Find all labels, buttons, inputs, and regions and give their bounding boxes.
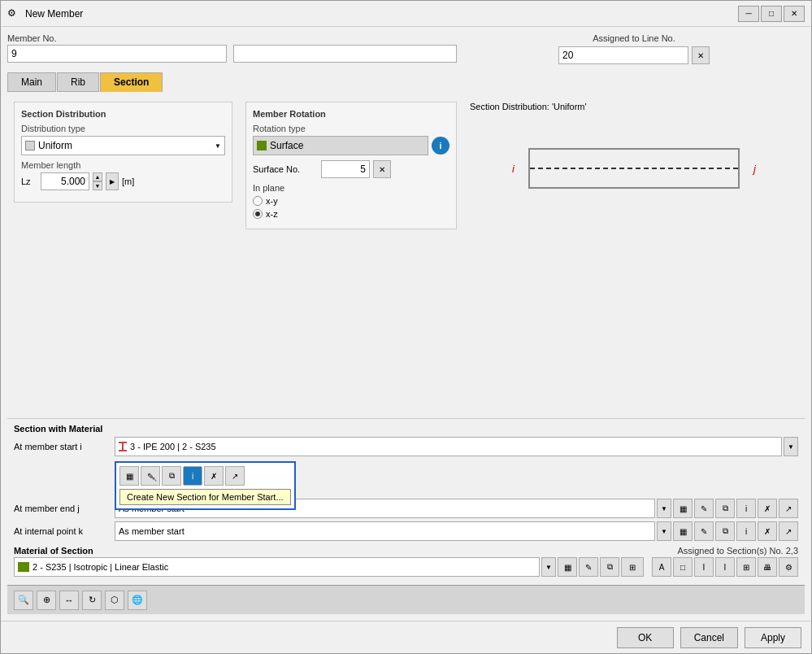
main-content: Section Distribution Distribution type U… xyxy=(7,95,805,415)
lz-input[interactable]: 5.000 xyxy=(41,172,89,190)
toolbar-zoom[interactable]: ⊕ xyxy=(37,591,56,610)
popup-icon-info[interactable]: i xyxy=(183,466,202,486)
rotation-type-field: Rotation type Surface i xyxy=(253,124,449,155)
at-internal-select[interactable]: As member start xyxy=(115,521,655,541)
at-internal-dropdown[interactable]: ▼ xyxy=(657,521,671,541)
popup-icon-new[interactable]: ✎ ↖ xyxy=(141,466,160,486)
toolbar-hex[interactable]: ⬡ xyxy=(105,591,124,610)
lz-label: Lz xyxy=(21,177,37,186)
ok-button[interactable]: OK xyxy=(617,627,674,648)
at-start-select[interactable]: 3 - IPE 200 | 2 - S235 xyxy=(115,437,782,456)
dist-type-field: Distribution type Uniform ▼ xyxy=(21,124,225,155)
at-internal-btn1[interactable]: ▦ xyxy=(673,521,693,541)
tab-main[interactable]: Main xyxy=(7,72,56,92)
material-extra-btn[interactable]: ⊞ xyxy=(621,557,644,577)
bottom-toolbar: 🔍 ⊕ ↔ ↻ ⬡ 🌐 xyxy=(7,585,805,614)
lz-down[interactable]: ▼ xyxy=(93,181,102,190)
toolbar-pan[interactable]: ↔ xyxy=(59,591,79,610)
at-start-dropdown[interactable]: ▼ xyxy=(784,437,798,456)
apply-button[interactable]: Apply xyxy=(745,627,801,648)
popup-icon-delete[interactable]: ✗ xyxy=(204,466,224,486)
radio-xz-button[interactable] xyxy=(253,209,263,219)
at-internal-btn4[interactable]: i xyxy=(736,521,756,541)
right-btn7[interactable]: ⚙ xyxy=(779,557,798,577)
at-end-btn4[interactable]: i xyxy=(736,499,756,518)
at-internal-btn5[interactable]: ✗ xyxy=(758,521,777,541)
at-end-btn6[interactable]: ↗ xyxy=(779,499,798,518)
middle-input[interactable] xyxy=(233,45,457,63)
minimize-button[interactable]: ─ xyxy=(738,6,759,22)
toolbar-globe[interactable]: 🌐 xyxy=(128,591,147,610)
beam-diagram: i j xyxy=(470,128,798,209)
surface-color-dot xyxy=(257,141,267,150)
beam-dashed-line xyxy=(530,168,738,169)
dist-type-color xyxy=(25,141,35,150)
member-rotation-panel: Member Rotation Rotation type Surface i xyxy=(245,102,457,229)
at-end-dropdown[interactable]: ▼ xyxy=(657,499,671,518)
right-btn4[interactable]: I xyxy=(715,557,735,577)
rotation-type-input[interactable]: Surface xyxy=(253,136,428,155)
dist-type-label: Distribution type xyxy=(21,124,225,133)
lz-arrow-btn[interactable]: ▶ xyxy=(106,172,119,190)
top-row: Member No. 9 Assigned to Line No. 20 ✕ xyxy=(7,33,805,68)
right-btn5[interactable]: ⊞ xyxy=(736,557,756,577)
member-no-label: Member No. xyxy=(7,33,227,43)
at-internal-toolbar: ▦ ✎ ⧉ i ✗ ↗ xyxy=(673,521,798,541)
lz-up[interactable]: ▲ xyxy=(93,172,102,181)
tab-rib[interactable]: Rib xyxy=(57,72,99,92)
rotation-type-label: Rotation type xyxy=(253,124,449,133)
assigned-input[interactable]: 20 xyxy=(558,46,688,64)
member-no-group: Member No. 9 xyxy=(7,33,227,68)
at-internal-btn3[interactable]: ⧉ xyxy=(715,521,735,541)
right-btn1[interactable]: A xyxy=(652,557,671,577)
assigned-clear-button[interactable]: ✕ xyxy=(692,46,710,64)
popup-icon-copy[interactable]: ⧉ xyxy=(162,466,181,486)
material-title: Material of Section xyxy=(14,546,93,556)
dist-type-select[interactable]: Uniform ▼ xyxy=(21,136,225,155)
right-panel: Section Distribution: 'Uniform' i j xyxy=(463,95,805,415)
toolbar-search[interactable]: 🔍 xyxy=(14,591,33,610)
cancel-button[interactable]: Cancel xyxy=(680,627,738,648)
at-internal-btn6[interactable]: ↗ xyxy=(779,521,798,541)
material-select[interactable]: 2 - S235 | Isotropic | Linear Elastic xyxy=(14,557,540,577)
new-member-window: ⚙ New Member ─ □ ✕ Member No. 9 Assigned… xyxy=(0,0,812,654)
assigned-label: Assigned to Line No. xyxy=(593,33,675,43)
beam-rect xyxy=(528,148,740,189)
at-end-btn2[interactable]: ✎ xyxy=(694,499,714,518)
surface-no-clear[interactable]: ✕ xyxy=(373,160,391,178)
member-length-label: Member length xyxy=(21,160,225,170)
at-start-value: 3 - IPE 200 | 2 - S235 xyxy=(130,442,216,451)
popup-tooltip: Create New Section for Member Start... xyxy=(119,489,291,505)
right-btn6[interactable]: 🖶 xyxy=(758,557,777,577)
section-distribution-title: Section Distribution xyxy=(21,109,225,119)
right-btn3[interactable]: I xyxy=(694,557,714,577)
toolbar-rotate[interactable]: ↻ xyxy=(82,591,102,610)
popup-icon-table[interactable]: ▦ xyxy=(119,466,139,486)
rotation-info-button[interactable]: i xyxy=(432,137,449,155)
popup-icon-arrow[interactable]: ↗ xyxy=(225,466,245,486)
at-end-btn1[interactable]: ▦ xyxy=(673,499,693,518)
material-color-dot xyxy=(18,562,29,572)
dist-type-value: Uniform xyxy=(38,140,72,151)
close-button[interactable]: ✕ xyxy=(784,6,805,22)
maximize-button[interactable]: □ xyxy=(761,6,782,22)
section-with-mat-title: Section with Material xyxy=(14,424,102,434)
window-title: New Member xyxy=(25,8,738,20)
at-end-btn3[interactable]: ⧉ xyxy=(715,499,735,518)
material-btn3[interactable]: ⧉ xyxy=(600,557,619,577)
dist-type-arrow: ▼ xyxy=(215,142,221,150)
surface-no-input[interactable]: 5 xyxy=(321,160,370,178)
in-plane-label: In plane xyxy=(253,183,449,193)
material-dropdown[interactable]: ▼ xyxy=(541,557,556,577)
material-btn2[interactable]: ✎ xyxy=(579,557,598,577)
right-btn2[interactable]: □ xyxy=(673,557,693,577)
at-internal-btn2[interactable]: ✎ xyxy=(694,521,714,541)
member-no-input[interactable]: 9 xyxy=(7,45,227,63)
tab-section[interactable]: Section xyxy=(100,72,163,92)
material-btn1[interactable]: ▦ xyxy=(558,557,577,577)
at-end-btn5[interactable]: ✗ xyxy=(758,499,777,518)
title-bar-buttons: ─ □ ✕ xyxy=(738,6,805,22)
title-bar: ⚙ New Member ─ □ ✕ xyxy=(1,1,811,27)
in-plane-section: In plane x-y x-z xyxy=(253,183,449,219)
radio-xy-button[interactable] xyxy=(253,196,263,206)
